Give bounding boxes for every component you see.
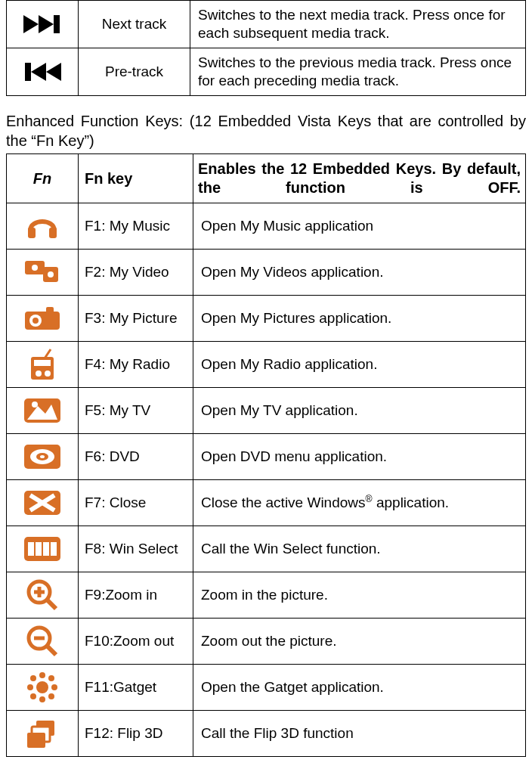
- fn-key-name: F9:Zoom in: [79, 572, 193, 619]
- pre-track-icon: [7, 48, 79, 96]
- svg-rect-34: [43, 542, 49, 556]
- fn-key-name: F2: My Video: [79, 250, 193, 296]
- svg-rect-35: [51, 542, 57, 556]
- svg-point-46: [27, 684, 33, 690]
- svg-point-44: [39, 672, 45, 678]
- svg-rect-6: [28, 228, 36, 238]
- svg-rect-32: [28, 542, 34, 556]
- svg-point-11: [48, 271, 54, 277]
- table-row: F9:Zoom in Zoom in the picture.: [7, 572, 526, 619]
- table-row: F5: My TV Open My TV application.: [7, 388, 526, 434]
- table-row: F7: Close Close the active Windows® appl…: [7, 480, 526, 526]
- svg-point-43: [36, 681, 48, 693]
- table-row: Pre-track Switches to the previous media…: [7, 48, 526, 96]
- close-icon: [7, 480, 79, 526]
- camera-icon: [7, 296, 79, 342]
- fn-key-desc: Open My Videos application.: [193, 250, 526, 296]
- svg-rect-7: [49, 228, 57, 238]
- fn-key-name: F12: Flip 3D: [79, 711, 193, 757]
- media-key-name: Next track: [79, 1, 190, 48]
- media-key-name: Pre-track: [79, 48, 190, 96]
- headphones-icon: [7, 203, 79, 250]
- svg-point-15: [32, 318, 39, 324]
- svg-rect-2: [54, 15, 60, 33]
- svg-line-37: [47, 600, 56, 609]
- fn-key-desc: Call the Win Select function.: [193, 526, 526, 572]
- svg-marker-0: [23, 15, 39, 33]
- svg-point-48: [30, 675, 36, 681]
- svg-point-19: [36, 370, 42, 377]
- media-key-desc: Switches to the next media track. Press …: [190, 1, 526, 48]
- fn-key-name: F11:Gatget: [79, 665, 193, 711]
- fn-header-col1: Fn: [7, 154, 79, 203]
- svg-point-27: [40, 455, 45, 458]
- media-keys-table: Next track Switches to the next media tr…: [6, 0, 526, 96]
- table-row: F2: My Video Open My Videos application.: [7, 250, 526, 296]
- fn-key-name: F4: My Radio: [79, 342, 193, 388]
- svg-point-51: [48, 693, 54, 699]
- fn-key-desc: Close the active Windows® application.: [193, 480, 526, 526]
- table-row: F1: My Music Open My Music application: [7, 203, 526, 250]
- fn-key-desc: Zoom in the picture.: [193, 572, 526, 619]
- zoom-out-icon: [7, 619, 79, 665]
- fn-key-desc: Open DVD menu application.: [193, 434, 526, 480]
- svg-point-45: [39, 696, 45, 702]
- table-row: Next track Switches to the next media tr…: [7, 1, 526, 48]
- media-key-desc: Switches to the previous media track. Pr…: [190, 48, 526, 96]
- table-row: F11:Gatget Open the Gatget application.: [7, 665, 526, 711]
- fn-header-col3: Enables the 12 Embedded Keys. By default…: [193, 154, 526, 203]
- svg-rect-18: [34, 360, 51, 366]
- svg-point-9: [32, 265, 38, 271]
- table-row: F12: Flip 3D Call the Flip 3D function: [7, 711, 526, 757]
- svg-rect-3: [25, 63, 31, 81]
- gadget-icon: [7, 665, 79, 711]
- fn-key-name: F5: My TV: [79, 388, 193, 434]
- fn-key-desc: Zoom out the picture.: [193, 619, 526, 665]
- svg-marker-1: [39, 15, 54, 33]
- fn-key-desc: Open My Music application: [193, 203, 526, 250]
- table-header-row: Fn Fn key Enables the 12 Embedded Keys. …: [7, 154, 526, 203]
- fn-key-name: F8: Win Select: [79, 526, 193, 572]
- fn-keys-table: Fn Fn key Enables the 12 Embedded Keys. …: [6, 153, 526, 757]
- tv-icon: [7, 388, 79, 434]
- fn-key-desc: Open the Gatget application.: [193, 665, 526, 711]
- table-row: F4: My Radio Open My Radio application.: [7, 342, 526, 388]
- section-intro-text: Enhanced Function Keys: (12 Embedded Vis…: [6, 111, 526, 150]
- fn-key-name: F6: DVD: [79, 434, 193, 480]
- table-row: F10:Zoom out Zoom out the picture.: [7, 619, 526, 665]
- svg-point-49: [48, 675, 54, 681]
- svg-point-50: [30, 693, 36, 699]
- fn-key-desc: Open My Radio application.: [193, 342, 526, 388]
- svg-rect-54: [27, 733, 45, 748]
- fn-key-name: F10:Zoom out: [79, 619, 193, 665]
- fn-key-desc: Open My TV application.: [193, 388, 526, 434]
- win-select-icon: [7, 526, 79, 572]
- table-row: F8: Win Select Call the Win Select funct…: [7, 526, 526, 572]
- zoom-in-icon: [7, 572, 79, 619]
- dvd-icon: [7, 434, 79, 480]
- fn-header-col2: Fn key: [79, 154, 193, 203]
- radio-icon: [7, 342, 79, 388]
- table-row: F6: DVD Open DVD menu application.: [7, 434, 526, 480]
- table-row: F3: My Picture Open My Pictures applicat…: [7, 296, 526, 342]
- svg-rect-13: [46, 307, 54, 313]
- fn-key-desc: Call the Flip 3D function: [193, 711, 526, 757]
- svg-marker-5: [46, 63, 61, 81]
- svg-marker-4: [31, 63, 46, 81]
- next-track-icon: [7, 1, 79, 48]
- camcorder-icon: [7, 250, 79, 296]
- svg-point-23: [32, 402, 38, 408]
- fn-key-desc: Open My Pictures application.: [193, 296, 526, 342]
- svg-rect-33: [36, 542, 42, 556]
- svg-point-20: [45, 370, 51, 377]
- svg-line-41: [47, 646, 56, 655]
- fn-key-name: F1: My Music: [79, 203, 193, 250]
- fn-key-name: F3: My Picture: [79, 296, 193, 342]
- flip-3d-icon: [7, 711, 79, 757]
- fn-key-name: F7: Close: [79, 480, 193, 526]
- svg-point-47: [51, 684, 57, 690]
